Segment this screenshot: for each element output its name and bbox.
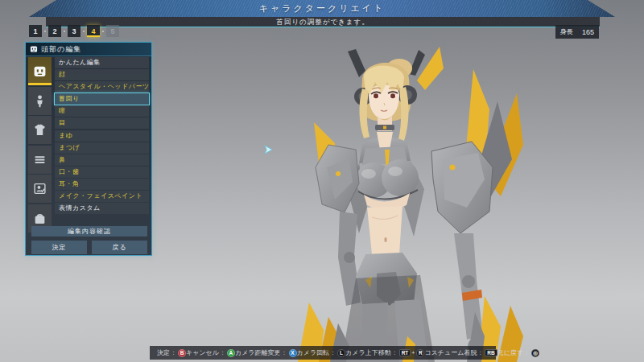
mouse-cursor-icon (263, 145, 273, 154)
tab-step-5[interactable]: 5 (106, 25, 119, 37)
gamepad-rt-button-icon: RT (399, 349, 411, 356)
height-value: 165 (582, 28, 594, 36)
hint-label: 決定 (157, 348, 170, 357)
gamepad-left-stick-icon: L (337, 349, 345, 357)
menu-item-face[interactable]: 顔 (55, 69, 149, 80)
category-head[interactable] (28, 57, 52, 85)
hint-label: キャンセル (186, 348, 219, 357)
storage-icon (33, 212, 47, 225)
head (348, 47, 444, 141)
tab-separator-dot (64, 31, 65, 32)
review-edits-button[interactable]: 編集内容確認 (31, 226, 147, 237)
step-tabs: 1 2 3 4 5 (29, 25, 119, 37)
category-icon-column (28, 57, 52, 233)
hint-reset: 元に戻す： ◎ (497, 348, 539, 357)
menu-item-eyelashes[interactable]: まつげ (55, 142, 149, 154)
shoulder-armor-right (431, 69, 523, 233)
face-icon (30, 45, 38, 53)
hint-costume-toggle: コスチューム着脱： RB (424, 348, 497, 357)
category-costume[interactable] (28, 116, 52, 144)
tab-separator-dot (44, 31, 46, 32)
tab-separator-dot (102, 31, 104, 32)
height-label: 身長 (560, 27, 573, 36)
costume-icon (33, 123, 47, 137)
category-list[interactable] (28, 146, 52, 174)
menu-item-nose[interactable]: 鼻 (55, 154, 149, 166)
menu-item-neck-selected[interactable]: 首回り (55, 93, 149, 105)
head-edit-panel: 頭部の編集 (25, 42, 152, 256)
category-body[interactable] (28, 87, 52, 115)
hint-label: カメラ回転 (297, 348, 330, 357)
face-icon (33, 64, 47, 78)
gamepad-right-stick-icon: R (416, 349, 424, 357)
menu-item-eyebrows[interactable]: まゆ (55, 130, 149, 142)
menu-item-mouth-teeth[interactable]: 口・歯 (55, 167, 149, 178)
character-render (282, 47, 547, 362)
menu-item-makeup[interactable]: メイク・フェイスペイント (55, 191, 149, 202)
hint-camera-updown: カメラ上下移動： RT + R (345, 348, 424, 357)
hint-label: 元に戻す (497, 348, 523, 357)
list-icon (33, 153, 47, 167)
hint-label: コスチューム着脱 (424, 348, 477, 357)
tab-step-1[interactable]: 1 (29, 25, 42, 37)
register-icon (33, 182, 47, 195)
context-hint: 首回りの調整ができます。 (46, 17, 600, 27)
gamepad-a-button-icon: A (227, 349, 235, 357)
page-title: キャラクタークリエイト (0, 0, 644, 17)
hint-label: カメラ上下移動 (345, 348, 391, 357)
tab-step-2[interactable]: 2 (48, 25, 61, 37)
hint-camera-rotate: カメラ回転： L (297, 348, 346, 357)
height-display: 身長 165 (555, 25, 599, 39)
hint-camera-distance: カメラ距離変更： X (235, 348, 297, 357)
edit-menu-list: かんたん編集 顔 ヘアスタイル・ヘッドパーツ 首回り 瞳 目 まゆ まつげ 鼻 … (55, 57, 149, 215)
confirm-button[interactable]: 決定 (31, 241, 87, 254)
gamepad-x-button-icon: X (289, 349, 297, 357)
menu-item-hairstyle[interactable]: ヘアスタイル・ヘッドパーツ (55, 81, 149, 93)
body-icon (33, 94, 47, 108)
panel-header: 頭部の編集 (26, 43, 151, 56)
category-register[interactable] (28, 175, 52, 203)
character-create-screen: キャラクタークリエイト 首回りの調整ができます。 1 2 3 4 5 身長 16… (0, 0, 644, 362)
tab-step-4-active[interactable]: 4 (87, 25, 100, 37)
menu-item-ears-horns[interactable]: 耳・角 (55, 179, 149, 190)
gamepad-rb-button-icon: RB (485, 349, 497, 356)
tab-separator-dot (83, 31, 85, 32)
panel-title: 頭部の編集 (41, 44, 81, 55)
hint-confirm: 決定： B (157, 348, 186, 357)
gamepad-view-button-icon: ◎ (531, 349, 539, 357)
tab-step-3[interactable]: 3 (68, 25, 80, 37)
back-button[interactable]: 戻る (92, 241, 147, 254)
menu-item-pupils[interactable]: 瞳 (55, 105, 149, 117)
menu-item-easy-edit[interactable]: かんたん編集 (55, 57, 149, 68)
menu-item-expression-custom[interactable]: 表情カスタム (55, 203, 149, 214)
hint-cancel: キャンセル： A (186, 348, 235, 357)
controller-hints-bar: 決定： B キャンセル： A カメラ距離変更： X カメラ回転： L カメラ上下… (150, 346, 496, 360)
hint-label: カメラ距離変更 (235, 348, 281, 357)
torso (349, 116, 424, 259)
menu-item-eyes[interactable]: 目 (55, 117, 149, 129)
gamepad-b-button-icon: B (178, 349, 186, 357)
